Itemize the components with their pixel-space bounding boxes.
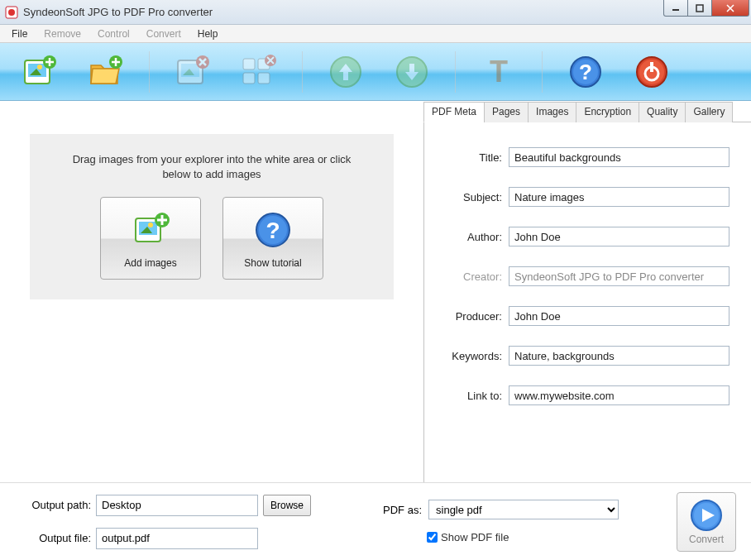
- tab-encryption[interactable]: Encryption: [576, 102, 639, 122]
- main-area: Drag images from your explorer into the …: [0, 101, 751, 482]
- toolbar-separator: [149, 51, 150, 93]
- subject-label: Subject:: [433, 191, 509, 203]
- svg-text:T: T: [490, 55, 508, 89]
- convert-label: Convert: [689, 534, 724, 545]
- remove-all-icon: [241, 54, 277, 90]
- svg-point-9: [37, 65, 42, 69]
- author-label: Author:: [433, 231, 509, 243]
- output-file-input[interactable]: [96, 528, 258, 549]
- help-button[interactable]: ?: [562, 49, 609, 95]
- menubar: File Remove Control Convert Help: [0, 25, 751, 43]
- show-tutorial-button[interactable]: ? Show tutorial: [222, 197, 323, 280]
- show-tutorial-label: Show tutorial: [244, 257, 301, 269]
- meta-form: Title: Subject: Author: Creator: Produce…: [423, 122, 751, 486]
- svg-point-42: [148, 223, 153, 227]
- output-file-label: Output file:: [15, 532, 91, 544]
- link-input[interactable]: [509, 385, 729, 405]
- add-images-label: Add images: [124, 257, 176, 269]
- toolbar-separator: [542, 51, 543, 93]
- show-pdf-label: Show PDF file: [441, 531, 509, 543]
- link-label: Link to:: [433, 390, 509, 402]
- producer-input[interactable]: [509, 306, 729, 326]
- subject-input[interactable]: [509, 187, 729, 207]
- toolbar-separator: [302, 51, 303, 93]
- svg-text:?: ?: [579, 60, 592, 84]
- arrow-up-icon: [328, 54, 364, 90]
- title-label: Title:: [433, 151, 509, 164]
- creator-label: Creator:: [433, 270, 509, 283]
- remove-image-button: [170, 49, 216, 95]
- power-icon: [634, 54, 670, 90]
- help-icon: ?: [567, 54, 604, 90]
- move-up-button: [323, 49, 369, 95]
- maximize-button[interactable]: [687, 0, 712, 17]
- drop-zone[interactable]: Drag images from your explorer into the …: [30, 134, 394, 299]
- text-icon: T: [481, 54, 517, 90]
- tab-quality[interactable]: Quality: [639, 102, 686, 122]
- tabs: PDF Meta Pages Images Encryption Quality…: [423, 101, 751, 122]
- keywords-label: Keywords:: [433, 350, 509, 362]
- output-path-label: Output path:: [15, 499, 91, 511]
- titlebar: SyndeonSoft JPG to PDF Pro converter: [0, 0, 751, 25]
- window-title: SyndeonSoft JPG to PDF Pro converter: [23, 6, 213, 18]
- power-button[interactable]: [629, 49, 675, 95]
- minimize-button[interactable]: [663, 0, 688, 17]
- creator-input: [509, 266, 729, 286]
- pdf-as-label: PDF as:: [376, 504, 422, 516]
- menu-help[interactable]: Help: [189, 26, 227, 41]
- svg-rect-38: [650, 62, 653, 72]
- menu-control: Control: [89, 26, 138, 41]
- svg-point-1: [8, 9, 15, 16]
- add-image-button[interactable]: [17, 49, 63, 95]
- add-image-icon: [22, 54, 58, 90]
- svg-rect-3: [696, 5, 703, 12]
- move-down-button: [389, 49, 435, 95]
- left-pane: Drag images from your explorer into the …: [0, 101, 423, 482]
- right-pane: PDF Meta Pages Images Encryption Quality…: [423, 101, 751, 482]
- tab-gallery[interactable]: Gallery: [685, 102, 733, 122]
- bottom-bar: Output path: Browse Output file: PDF as:…: [0, 482, 751, 560]
- svg-rect-22: [243, 59, 255, 69]
- author-input[interactable]: [509, 227, 729, 246]
- svg-text:?: ?: [265, 218, 280, 243]
- tab-images[interactable]: Images: [528, 102, 576, 122]
- menu-remove: Remove: [36, 26, 89, 41]
- tab-pages[interactable]: Pages: [484, 102, 529, 122]
- remove-image-icon: [175, 54, 211, 90]
- app-icon: [5, 6, 18, 19]
- add-folder-icon: [88, 54, 124, 90]
- convert-button[interactable]: Convert: [677, 492, 736, 552]
- menu-file[interactable]: File: [3, 26, 36, 41]
- pdf-as-select[interactable]: single pdf: [428, 500, 619, 519]
- close-button[interactable]: [711, 0, 749, 17]
- remove-all-button: [236, 49, 282, 95]
- toolbar-separator: [455, 51, 456, 93]
- output-path-input[interactable]: [96, 495, 258, 516]
- producer-label: Producer:: [433, 310, 509, 323]
- keywords-input[interactable]: [509, 346, 729, 366]
- play-icon: [690, 499, 723, 532]
- svg-rect-25: [258, 73, 270, 84]
- window-controls: [664, 0, 749, 18]
- arrow-down-icon: [394, 54, 430, 90]
- help-icon: ?: [253, 208, 293, 252]
- add-folder-button[interactable]: [83, 49, 129, 95]
- toolbar: T ?: [0, 43, 751, 101]
- show-pdf-checkbox[interactable]: [427, 532, 438, 543]
- drop-hint: Drag images from your explorer into the …: [46, 149, 377, 197]
- browse-button[interactable]: Browse: [263, 495, 311, 516]
- add-image-icon: [131, 208, 170, 252]
- title-input[interactable]: [509, 147, 729, 167]
- svg-rect-24: [243, 73, 255, 84]
- menu-convert: Convert: [138, 26, 189, 41]
- add-images-button[interactable]: Add images: [100, 197, 201, 280]
- text-button: T: [476, 49, 522, 95]
- tab-pdf-meta[interactable]: PDF Meta: [423, 102, 485, 122]
